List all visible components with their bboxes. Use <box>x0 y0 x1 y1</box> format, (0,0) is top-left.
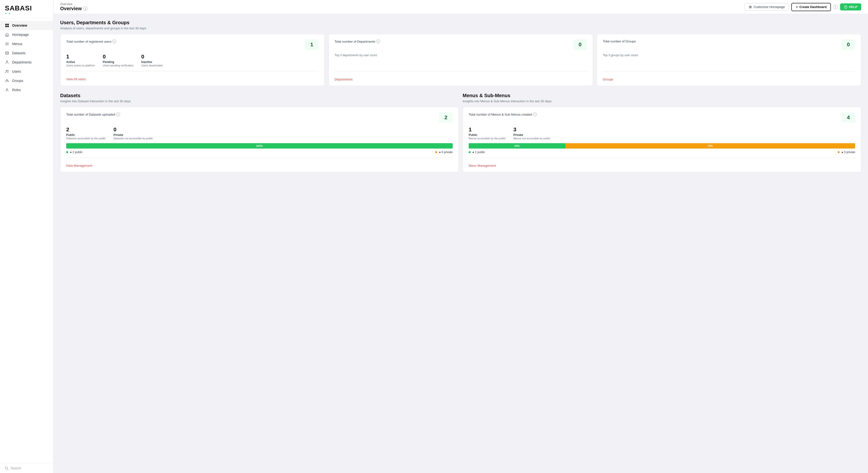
menus-stat-public: 1 Public Menus accessible by the public <box>469 127 505 140</box>
departments-top-list: Top 3 departments by user count <box>335 54 587 57</box>
menus-card-stats: 1 Public Menus accessible by the public … <box>469 127 855 140</box>
create-dashboard-button[interactable]: + Create Dashboard <box>791 3 831 11</box>
create-label: Create Dashboard <box>799 5 827 9</box>
datasets-card-label: Total number of Datasets uploaded i <box>66 112 120 116</box>
sidebar-item-overview-label: Overview <box>12 24 27 27</box>
sidebar-item-homepage[interactable]: Homepage <box>0 30 53 39</box>
menus-section: Menus & Sub-Menus Insights into Menus & … <box>463 93 861 172</box>
datasets-card-info-icon[interactable]: i <box>116 112 120 116</box>
datasets-card: Total number of Datasets uploaded i 2 2 … <box>60 107 459 172</box>
menus-legend-public: ● 1 public <box>469 150 485 154</box>
svg-point-11 <box>6 79 7 80</box>
menus-card-info-icon[interactable]: i <box>533 112 537 116</box>
users-section-subtitle: Analysis of users, departments and group… <box>60 26 861 30</box>
customize-homepage-button[interactable]: Customize Homepage <box>745 3 789 11</box>
page-title-info-icon[interactable]: i <box>83 6 88 11</box>
header-info-icon[interactable]: i <box>833 5 838 9</box>
users-card-info-icon[interactable]: i <box>112 39 116 43</box>
menus-section-title: Menus & Sub-Menus <box>463 93 861 98</box>
sidebar-item-homepage-label: Homepage <box>12 33 29 37</box>
search-area[interactable]: Search <box>0 463 53 473</box>
groups-link[interactable]: Groups <box>603 77 613 81</box>
homepage-icon <box>5 32 9 37</box>
sidebar-nav: Overview Homepage Menus Datasets <box>0 19 53 463</box>
departments-card-value: 0 <box>573 39 587 50</box>
svg-point-8 <box>6 61 8 62</box>
sidebar-item-menus[interactable]: Menus <box>0 39 53 48</box>
sidebar-item-menus-label: Menus <box>12 42 22 46</box>
users-cards-row: Total number of registered users i 1 1 A… <box>60 34 861 86</box>
users-section-title: Users, Departments & Groups <box>60 20 861 26</box>
groups-card-label: Total number of Groups <box>603 39 636 43</box>
overview-icon <box>5 23 9 28</box>
help-button[interactable]: HELP <box>840 3 861 10</box>
sidebar-item-users[interactable]: Users <box>0 67 53 76</box>
svg-rect-5 <box>5 44 9 44</box>
menus-card-header: Total number of Menus & Sub Menus create… <box>469 112 855 123</box>
customize-label: Customize Homepage <box>753 5 785 9</box>
datasets-progress-legend: ● 2 public ● 0 private <box>66 150 453 154</box>
users-card: Total number of registered users i 1 1 A… <box>60 34 324 86</box>
stat-active: 1 Active Users active on platform <box>66 54 95 67</box>
svg-point-9 <box>6 70 7 71</box>
svg-rect-4 <box>5 43 9 43</box>
menus-card-label: Total number of Menus & Sub Menus create… <box>469 112 537 116</box>
users-icon <box>5 69 9 74</box>
departments-icon <box>5 60 9 64</box>
sidebar-item-datasets[interactable]: Datasets <box>0 48 53 58</box>
svg-point-12 <box>6 89 7 90</box>
header-left: Overview Overview i <box>60 2 88 11</box>
logo: SABASI ✦ ✦ <box>0 0 53 19</box>
groups-top-list: Top 3 groups by user count <box>603 54 855 57</box>
datasets-legend-private: ● 0 private <box>435 150 453 154</box>
sidebar-item-groups-label: Groups <box>12 79 23 82</box>
departments-card-info-icon[interactable]: i <box>376 39 380 43</box>
datasets-section-subtitle: Insights into Dataset Interaction in the… <box>60 99 459 103</box>
users-card-value: 1 <box>305 39 318 50</box>
page-title: Overview i <box>60 6 88 11</box>
users-card-label: Total number of registered users i <box>66 39 116 43</box>
menus-legend-private: ● 3 private <box>838 150 855 154</box>
datasets-card-stats: 2 Public Datasets accessible by the publ… <box>66 127 453 140</box>
datasets-card-value: 2 <box>439 112 453 123</box>
main-area: Overview Overview i Customize Homepage +… <box>53 0 868 473</box>
sidebar: SABASI ✦ ✦ Overview Homepage Menus <box>0 0 53 473</box>
groups-card: Total number of Groups 0 Top 3 groups by… <box>597 34 861 86</box>
search-label: Search <box>10 466 21 470</box>
sidebar-item-datasets-label: Datasets <box>12 51 26 55</box>
datasets-progress-green: 100% <box>66 143 453 148</box>
header: Overview Overview i Customize Homepage +… <box>53 0 868 14</box>
datasets-stat-private: 0 Private Datasets not accessible by pub… <box>114 127 153 140</box>
svg-rect-1 <box>7 24 9 25</box>
datasets-dot-private <box>435 151 437 153</box>
departments-card-label: Total number of Departments i <box>335 39 380 43</box>
svg-point-14 <box>750 6 751 7</box>
view-all-users-link[interactable]: View All users <box>66 77 86 81</box>
brand-dots: ✦ ✦ <box>5 12 48 15</box>
sidebar-item-overview[interactable]: Overview <box>0 21 53 30</box>
stat-pending: 0 Pending Users pending verification <box>103 54 134 67</box>
users-card-stats: 1 Active Users active on platform 0 Pend… <box>66 54 318 67</box>
groups-icon <box>5 78 9 83</box>
users-card-header: Total number of registered users i 1 <box>66 39 318 50</box>
menus-dot-public <box>469 151 471 153</box>
menu-management-link[interactable]: Menu Management <box>469 164 496 167</box>
users-section: Users, Departments & Groups Analysis of … <box>60 20 861 86</box>
sidebar-item-departments[interactable]: Departments <box>0 58 53 67</box>
breadcrumb: Overview <box>60 2 88 6</box>
datasets-section: Datasets Insights into Dataset Interacti… <box>60 93 459 172</box>
sidebar-item-groups[interactable]: Groups <box>0 76 53 85</box>
sidebar-item-departments-label: Departments <box>12 60 32 64</box>
datasets-card-header: Total number of Datasets uploaded i 2 <box>66 112 453 123</box>
menus-progress-yellow: 75% <box>565 143 855 148</box>
bottom-row: Datasets Insights into Dataset Interacti… <box>60 93 861 172</box>
datasets-icon <box>5 51 9 55</box>
sidebar-item-roles[interactable]: Roles <box>0 85 53 95</box>
menus-progress-bar: 25% 75% <box>469 143 855 148</box>
data-management-link[interactable]: Data Management <box>66 164 92 167</box>
groups-card-value: 0 <box>842 39 855 50</box>
menus-progress-green: 25% <box>469 143 565 148</box>
departments-link[interactable]: Departments <box>335 77 352 81</box>
svg-point-10 <box>7 70 8 71</box>
groups-card-header: Total number of Groups 0 <box>603 39 855 50</box>
